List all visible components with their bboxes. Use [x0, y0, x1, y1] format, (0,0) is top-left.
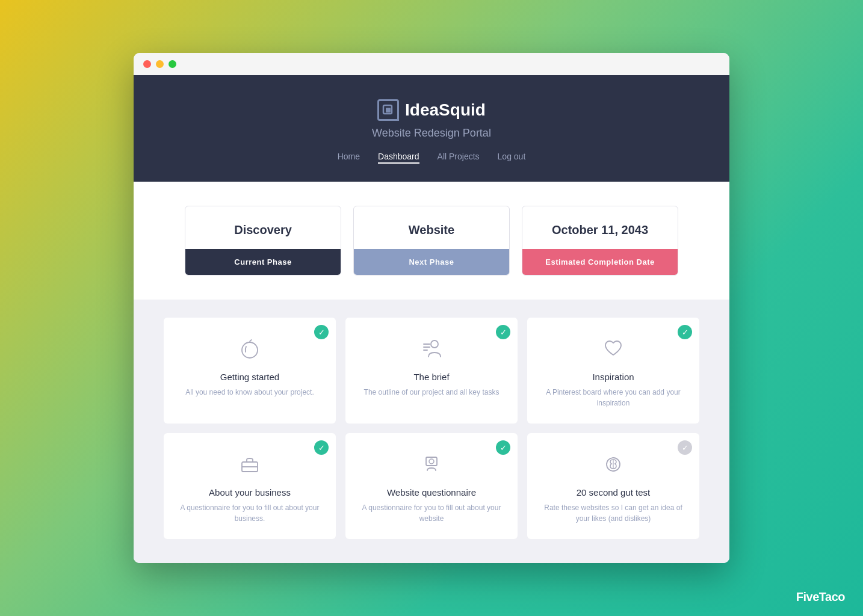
logo-svg: [382, 104, 394, 116]
task-business-desc: A questionnaire for you to fill out abou…: [176, 502, 324, 524]
phase-card-discovery: Discovery Current Phase: [185, 206, 341, 276]
task-brief-desc: The outline of our project and all key t…: [357, 387, 506, 398]
task-website-q-title: Website questionnaire: [357, 487, 506, 497]
app-window: IdeaSquid Website Redesign Portal Home D…: [134, 53, 729, 563]
task-check-inspiration: ✓: [678, 325, 692, 339]
minimize-button[interactable]: [156, 60, 164, 68]
apple-icon: [176, 336, 324, 365]
document-person-icon: [357, 336, 506, 365]
tasks-section: ✓ Getting started All you need to know a…: [134, 300, 729, 563]
nav-dashboard[interactable]: Dashboard: [378, 152, 419, 164]
task-check-brief: ✓: [496, 325, 510, 339]
subtitle: Website Redesign Portal: [146, 127, 717, 140]
svg-point-10: [429, 459, 434, 464]
logo-text: IdeaSquid: [405, 100, 486, 120]
logo-icon: [377, 99, 399, 121]
task-check-website-q: ✓: [496, 440, 510, 455]
svg-rect-9: [426, 457, 437, 466]
heart-icon: [539, 336, 687, 365]
header: IdeaSquid Website Redesign Portal Home D…: [134, 75, 729, 182]
task-getting-started-desc: All you need to know about your project.: [176, 387, 324, 398]
nav-logout[interactable]: Log out: [498, 152, 526, 164]
phase-card-website: Website Next Phase: [353, 206, 510, 276]
svg-point-2: [242, 342, 258, 358]
maximize-button[interactable]: [169, 60, 176, 68]
phase-card-completion: October 11, 2043 Estimated Completion Da…: [522, 206, 678, 276]
briefcase-icon: [176, 451, 324, 480]
svg-point-3: [431, 340, 438, 348]
nav-home[interactable]: Home: [338, 152, 360, 164]
phase-completion-title: October 11, 2043: [522, 206, 678, 249]
phase-cards-section: Discovery Current Phase Website Next Pha…: [134, 182, 729, 300]
task-card-brief[interactable]: ✓ The brief The outline of our project a…: [345, 318, 518, 424]
task-card-gut-test[interactable]: ✓ 20 second gut test Rate these websites…: [527, 433, 699, 539]
navigation: Home Dashboard All Projects Log out: [146, 152, 717, 164]
tasks-grid: ✓ Getting started All you need to know a…: [164, 318, 699, 539]
fivetaco-brand: FiveTaco: [796, 590, 845, 604]
task-card-getting-started[interactable]: ✓ Getting started All you need to know a…: [164, 318, 336, 424]
nav-all-projects[interactable]: All Projects: [438, 152, 480, 164]
person-icon: [357, 451, 506, 480]
task-check-gut-test: ✓: [678, 440, 692, 455]
titlebar: [134, 53, 729, 75]
phase-completion-badge[interactable]: Estimated Completion Date: [522, 249, 678, 275]
task-card-website-q[interactable]: ✓ Website questionnaire A questionnaire …: [345, 433, 518, 539]
svg-rect-1: [386, 108, 391, 112]
task-website-q-desc: A questionnaire for you to fill out abou…: [357, 502, 506, 524]
close-button[interactable]: [143, 60, 151, 68]
phase-website-badge[interactable]: Next Phase: [354, 249, 509, 275]
task-card-business[interactable]: ✓ About your business A questionnaire fo…: [164, 433, 336, 539]
phase-website-title: Website: [354, 206, 509, 249]
task-business-title: About your business: [176, 487, 324, 497]
task-card-inspiration[interactable]: ✓ Inspiration A Pinterest board where yo…: [527, 318, 699, 424]
task-gut-test-desc: Rate these websites so I can get an idea…: [539, 502, 687, 524]
task-brief-title: The brief: [357, 372, 506, 382]
task-check-getting-started: ✓: [314, 325, 329, 339]
task-inspiration-desc: A Pinterest board where you can add your…: [539, 387, 687, 408]
phase-discovery-badge[interactable]: Current Phase: [185, 249, 341, 275]
phase-discovery-title: Discovery: [185, 206, 341, 249]
task-getting-started-title: Getting started: [176, 372, 324, 382]
task-gut-test-title: 20 second gut test: [539, 487, 687, 497]
brain-icon: [539, 451, 687, 480]
main-content: Discovery Current Phase Website Next Pha…: [134, 182, 729, 563]
task-check-business: ✓: [314, 440, 329, 455]
logo: IdeaSquid: [146, 99, 717, 121]
task-inspiration-title: Inspiration: [539, 372, 687, 382]
